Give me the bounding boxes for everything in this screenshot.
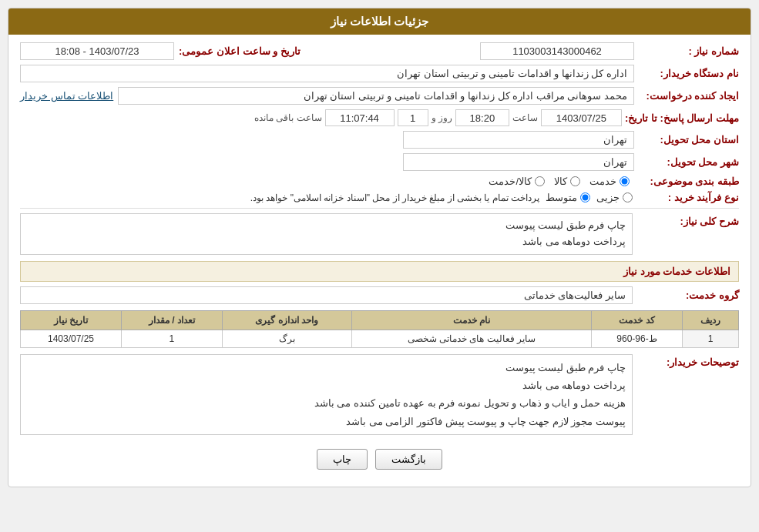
cell-name: سایر فعالیت های خدماتی شخصی xyxy=(351,330,592,347)
back-button[interactable]: بازگشت xyxy=(375,449,442,470)
table-header-row: ردیف کد خدمت نام خدمت واحد اندازه گیری ت… xyxy=(21,310,739,330)
items-table: ردیف کد خدمت نام خدمت واحد اندازه گیری ت… xyxy=(20,310,739,348)
divider1 xyxy=(20,208,739,209)
buyer-notes-box: توصیحات خریدار: چاپ فرم طبق لیست پیوست پ… xyxy=(20,354,739,436)
tabaqe-kala-label: کالا xyxy=(554,176,567,187)
tabaqe-khadamat-option[interactable]: خدمت xyxy=(589,176,630,187)
now-motavaset-option[interactable]: متوسط xyxy=(546,192,590,203)
grooh-value: سایر فعالیت‌های خدماتی xyxy=(20,286,633,304)
cell-radif: 1 xyxy=(682,330,738,347)
sharh-value: چاپ فرم طبق لیست پیوست پرداخت دوماهه می … xyxy=(20,213,633,255)
cell-code: ط-96-960 xyxy=(592,330,683,347)
tabaqe-khadamat-radio[interactable] xyxy=(620,176,630,186)
nam-dastgah-label: نام دستگاه خریدار: xyxy=(639,68,739,79)
tabaqe-khadamat-label: خدمت xyxy=(589,176,616,187)
shomara-niaz-value: 1103003143000462 xyxy=(480,42,634,60)
mohlat-saat-value: 18:20 xyxy=(455,109,509,126)
now-motavaset-radio[interactable] xyxy=(580,192,590,202)
col-code: کد خدمت xyxy=(592,310,683,330)
table-row: 1 ط-96-960 سایر فعالیت های خدماتی شخصی ب… xyxy=(21,330,739,347)
shahr-value: تهران xyxy=(403,153,634,171)
mohlat-rooz-value: 1 xyxy=(398,109,428,126)
tabaqe-kala-option[interactable]: کالا xyxy=(554,176,580,187)
grooh-label: گروه خدمت: xyxy=(639,289,739,301)
now-farayand-row: نوع فرآیند خرید : جزیی متوسط پرداخت تمام… xyxy=(20,192,739,203)
col-date: تاریخ نیاز xyxy=(21,310,122,330)
tabaqe-label: طبقه بندی موضوعی: xyxy=(639,176,739,187)
sharh-label: شرح کلی نیاز: xyxy=(639,213,739,227)
tabaqe-kala-khadamat-radio[interactable] xyxy=(535,176,545,186)
nam-dastgah-row: نام دستگاه خریدار: اداره کل زندانها و اق… xyxy=(20,65,739,82)
note-line2: پرداخت دوماهه می باشد xyxy=(27,376,626,394)
sharh-line2: پرداخت دوماهه می باشد xyxy=(27,234,626,250)
tabaqe-kala-radio[interactable] xyxy=(570,176,580,186)
now-motavaset-label: متوسط xyxy=(546,192,577,203)
page-wrapper: جزئیات اطلاعات نیاز شماره نیاز : 1103003… xyxy=(0,0,759,532)
tarikh-value: 1403/07/23 - 18:08 xyxy=(20,42,174,60)
service-section-header: اطلاعات خدمات مورد نیاز xyxy=(20,261,739,282)
now-farayand-label: نوع فرآیند خرید : xyxy=(639,192,739,203)
cell-date: 1403/07/25 xyxy=(21,330,122,347)
tarikh-label: تاریخ و ساعت اعلان عمومی: xyxy=(179,45,301,57)
note-line1: چاپ فرم طبق لیست پیوست xyxy=(27,359,626,376)
page-title: جزئیات اطلاعات نیاز xyxy=(8,8,751,35)
tabaqe-row: طبقه بندی موضوعی: خدمت کالا کالا/خدمت xyxy=(20,176,739,187)
iejad-konande-label: ایجاد کننده درخواست: xyxy=(639,90,739,102)
content-area: شماره نیاز : 1103003143000462 تاریخ و سا… xyxy=(8,35,751,487)
mohlat-row: مهلت ارسال پاسخ: تا تاریخ: 1403/07/25 سا… xyxy=(20,109,739,126)
mohlat-saat-mande-value: 11:07:44 xyxy=(325,109,395,126)
ostan-value: تهران xyxy=(403,131,634,149)
ostan-label: استان محل تحویل: xyxy=(639,134,739,146)
grooh-row: گروه خدمت: سایر فعالیت‌های خدماتی xyxy=(20,286,739,304)
tabaqe-kala-khadamat-option[interactable]: کالا/خدمت xyxy=(489,176,545,187)
ostan-row: استان محل تحویل: تهران xyxy=(20,131,739,149)
contact-link[interactable]: اطلاعات تماس خریدار xyxy=(20,90,113,102)
cell-unit: برگ xyxy=(222,330,351,347)
shahr-label: شهر محل تحویل: xyxy=(639,156,739,168)
mohlat-label: مهلت ارسال پاسخ: تا تاریخ: xyxy=(625,112,739,124)
print-button[interactable]: چاپ xyxy=(317,449,368,470)
note-line3: هزینه حمل و ایاب و ذهاب و تحویل نمونه فر… xyxy=(27,394,626,412)
mohlat-saat-mande-label: ساعت باقی مانده xyxy=(254,112,322,123)
col-unit: واحد اندازه گیری xyxy=(222,310,351,330)
sharh-box: شرح کلی نیاز: چاپ فرم طبق لیست پیوست پرد… xyxy=(20,213,739,255)
shomara-tarikh-row: شماره نیاز : 1103003143000462 تاریخ و سا… xyxy=(20,42,739,60)
buyer-notes-label: توصیحات خریدار: xyxy=(639,354,739,368)
now-jazei-label: جزیی xyxy=(596,192,620,203)
col-count: تعداد / مقدار xyxy=(121,310,222,330)
tabaqe-kala-khadamat-label: کالا/خدمت xyxy=(489,176,532,187)
note-line4: پیوست مجوز لازم جهت چاپ و پیوست پیش فاکت… xyxy=(27,413,626,430)
iejad-konande-value: محمد سوهانی مراقب اداره کل زندانها و اقد… xyxy=(118,87,634,105)
col-radif: ردیف xyxy=(682,310,738,330)
now-jazei-radio[interactable] xyxy=(623,192,633,202)
now-jazei-option[interactable]: جزیی xyxy=(596,192,633,203)
shahr-row: شهر محل تحویل: تهران xyxy=(20,153,739,171)
iejad-konande-row: ایجاد کننده درخواست: محمد سوهانی مراقب ا… xyxy=(20,87,739,105)
main-container: جزئیات اطلاعات نیاز شماره نیاز : 1103003… xyxy=(8,8,751,487)
purchase-note: پرداخت تمام یا بخشی از مبلغ خریدار از مح… xyxy=(250,192,539,203)
sharh-line1: چاپ فرم طبق لیست پیوست xyxy=(27,218,626,234)
action-buttons: بازگشت چاپ xyxy=(20,443,739,479)
mohlat-saat-label: ساعت xyxy=(512,112,538,123)
shomara-niaz-label: شماره نیاز : xyxy=(639,45,739,57)
col-name: نام خدمت xyxy=(351,310,592,330)
mohlat-date: 1403/07/25 xyxy=(541,109,622,126)
mohlat-rooz-label: روز و xyxy=(432,112,452,123)
nam-dastgah-value: اداره کل زندانها و اقدامات تامینی و تربی… xyxy=(20,65,634,82)
cell-count: 1 xyxy=(121,330,222,347)
buyer-notes-value: چاپ فرم طبق لیست پیوست پرداخت دوماهه می … xyxy=(20,354,633,436)
